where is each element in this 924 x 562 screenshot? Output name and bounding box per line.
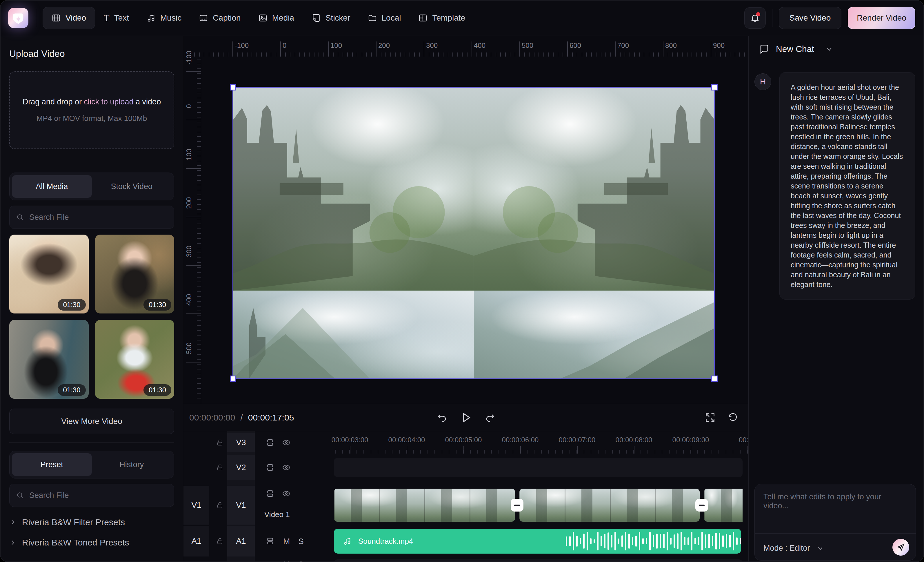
layers-icon[interactable] [266, 489, 274, 498]
video-preview-selection[interactable] [233, 87, 714, 379]
tab-preset[interactable]: Preset [12, 453, 92, 476]
waveform-bar [642, 538, 644, 544]
video-clip-2[interactable] [519, 488, 700, 522]
click-to-upload-link[interactable]: click to upload [84, 98, 134, 106]
lock-icon[interactable] [214, 534, 226, 548]
selection-handle-bottom-right[interactable] [711, 376, 718, 382]
upload-dropzone[interactable]: Drag and drop or click to upload a video… [9, 71, 174, 149]
empty-track-v2-clip[interactable] [334, 458, 742, 477]
layers-icon[interactable] [266, 560, 274, 562]
preset-group-filter[interactable]: Riveria B&W Filter Presets [9, 517, 174, 527]
media-thumbnail[interactable]: 01:30 [95, 234, 174, 314]
eye-icon[interactable] [282, 463, 291, 472]
duration-badge: 01:30 [58, 384, 86, 396]
track-a1-name[interactable]: A1 [227, 526, 255, 556]
notifications-button[interactable] [744, 7, 766, 29]
preset-search [9, 484, 174, 507]
ruler-minor-tick [577, 53, 578, 57]
nav-tab-music[interactable]: Music [138, 7, 190, 29]
nav-tab-video[interactable]: Video [43, 7, 95, 29]
app-logo[interactable] [8, 8, 28, 28]
track-v3-name[interactable]: V3 [227, 433, 255, 452]
media-thumbnail[interactable]: 01:30 [9, 234, 89, 314]
empty-track-a2-clip[interactable] [334, 559, 742, 562]
nav-tab-local[interactable]: Local [359, 7, 410, 29]
timeline-major-tick [464, 446, 464, 454]
lock-icon[interactable] [214, 460, 226, 475]
ruler-minor-tick [347, 53, 348, 57]
chat-input-field[interactable] [755, 484, 916, 533]
media-search-input[interactable] [29, 213, 168, 222]
undo-icon[interactable] [437, 412, 447, 423]
ruler-label: 200 [378, 42, 390, 50]
lock-icon[interactable] [214, 435, 226, 450]
reset-icon[interactable] [728, 412, 738, 423]
eye-icon[interactable] [282, 438, 291, 447]
video-clip-1[interactable] [334, 488, 515, 522]
nav-tab-sticker[interactable]: Sticker [303, 7, 359, 29]
tab-history[interactable]: History [92, 453, 172, 476]
audio-clip[interactable]: Soundtrack.mp4 [334, 529, 741, 554]
eye-icon[interactable] [282, 489, 291, 498]
fullscreen-icon[interactable] [705, 412, 716, 423]
timeline-minor-tick [435, 450, 435, 454]
timeline-minor-tick [541, 450, 542, 454]
waveform-bar [580, 538, 581, 544]
ruler-minor-tick [197, 355, 201, 355]
send-button[interactable] [892, 539, 909, 556]
solo-button[interactable]: S [298, 537, 304, 546]
selection-handle-top-left[interactable] [230, 84, 236, 90]
layers-icon[interactable] [266, 438, 274, 447]
waveform-bar [694, 538, 696, 544]
ruler-major-tick [186, 168, 201, 169]
tab-stock-video[interactable]: Stock Video [92, 175, 172, 198]
preset-search-input[interactable] [29, 491, 168, 500]
render-video-button[interactable]: Render Video [848, 7, 915, 29]
solo-button[interactable]: S [298, 559, 304, 562]
ruler-minor-tick [515, 53, 515, 57]
tab-all-media[interactable]: All Media [12, 175, 92, 198]
layers-icon[interactable] [266, 537, 274, 545]
timeline-minor-tick [477, 450, 478, 454]
track-v2-name[interactable]: V2 [227, 455, 255, 480]
mode-selector[interactable]: Mode : Editor [764, 544, 824, 553]
nav-tab-media[interactable]: Media [249, 7, 303, 29]
transition-handle[interactable] [511, 499, 524, 512]
media-thumbnail[interactable]: 01:30 [95, 320, 174, 399]
ruler-minor-tick [716, 53, 716, 57]
timeline-minor-tick [534, 450, 534, 454]
selection-handle-top-right[interactable] [711, 84, 718, 90]
media-thumbnail[interactable]: 01:30 [9, 320, 89, 399]
save-video-button[interactable]: Save Video [779, 7, 842, 29]
track-v1-name[interactable]: V1 [227, 486, 255, 524]
mute-button[interactable]: M [283, 559, 290, 562]
selection-handle-bottom-left[interactable] [230, 376, 236, 382]
view-more-video-button[interactable]: View More Video [9, 409, 174, 434]
temple-silhouette [474, 87, 714, 291]
lock-icon[interactable] [214, 498, 226, 512]
media-thumbnail-grid: 01:30 01:30 01:30 01:30 [9, 234, 174, 399]
transition-handle[interactable] [695, 499, 708, 512]
ruler-minor-tick [744, 53, 745, 57]
ruler-label: 100 [184, 141, 194, 168]
track-v1-outer-label[interactable]: V1 [183, 486, 209, 524]
nav-tab-text[interactable]: T Text [95, 7, 138, 29]
nav-tab-caption[interactable]: Caption [190, 7, 249, 29]
chat-header[interactable]: New Chat [759, 44, 833, 54]
nav-tab-label: Media [272, 14, 294, 23]
timeline-panel: V3 V2 V1 V1 Video 1 A1 A1 M S [183, 431, 748, 562]
video-clip-3[interactable] [704, 488, 742, 522]
layers-icon[interactable] [266, 463, 274, 472]
mute-button[interactable]: M [283, 537, 290, 546]
timeline-major-tick [634, 446, 634, 454]
chevron-down-icon[interactable] [825, 45, 833, 53]
timeline-minor-tick [484, 450, 485, 454]
preset-group-toned[interactable]: Riveria B&W Toned Presets [9, 538, 174, 547]
track-a1-outer-label[interactable]: A1 [183, 526, 209, 556]
redo-icon[interactable] [485, 412, 495, 423]
nav-tab-template[interactable]: Template [410, 7, 474, 29]
play-icon[interactable] [460, 412, 472, 424]
ruler-minor-tick [491, 53, 491, 57]
ruler-label: 300 [184, 238, 194, 264]
ruler-minor-tick [582, 53, 582, 57]
